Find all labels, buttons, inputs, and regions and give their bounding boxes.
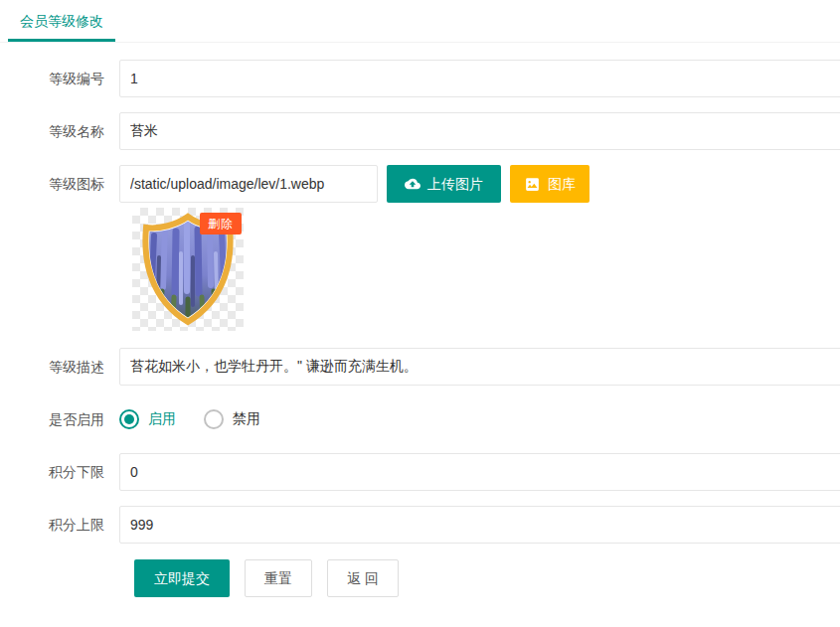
level-id-input[interactable] (119, 60, 840, 97)
picture-icon (524, 176, 541, 193)
form-row-level-icon: 等级图标 上传图片 图 (0, 165, 840, 203)
radio-enable-circle-icon (119, 409, 139, 429)
points-max-label: 积分上限 (0, 506, 119, 544)
back-button[interactable]: 返 回 (327, 559, 399, 597)
member-level-edit-page: 会员等级修改 等级编号 等级名称 等级图标 (0, 0, 840, 627)
level-name-label: 等级名称 (0, 112, 119, 150)
form-row-points-max: 积分上限 (0, 506, 840, 544)
tab-member-level-edit[interactable]: 会员等级修改 (8, 0, 115, 42)
upload-image-label: 上传图片 (427, 177, 483, 191)
form-row-enabled: 是否启用 启用 禁用 (0, 400, 840, 438)
radio-disable-circle-icon (204, 409, 224, 429)
form-row-level-desc: 等级描述 (0, 348, 840, 386)
level-icon-path-input[interactable] (119, 165, 378, 203)
reset-button[interactable]: 重置 (245, 559, 312, 597)
points-max-input[interactable] (119, 506, 840, 544)
form-row-level-name: 等级名称 (0, 112, 840, 150)
level-id-label: 等级编号 (0, 60, 119, 97)
form-row-points-min: 积分下限 (0, 453, 840, 491)
points-min-label: 积分下限 (0, 453, 119, 491)
member-level-form: 等级编号 等级名称 等级图标 (0, 43, 840, 597)
radio-enable-label: 启用 (148, 410, 176, 428)
gallery-label: 图库 (548, 177, 576, 191)
level-desc-input[interactable] (119, 348, 840, 386)
gallery-button[interactable]: 图库 (510, 165, 589, 203)
cloud-upload-icon (405, 176, 420, 192)
level-icon-label: 等级图标 (0, 165, 119, 203)
tab-bar: 会员等级修改 (0, 0, 840, 43)
radio-disable[interactable]: 禁用 (204, 409, 260, 429)
form-actions: 立即提交 重置 返 回 (134, 559, 840, 597)
level-icon-preview-image[interactable]: 删除 (132, 208, 244, 331)
submit-button[interactable]: 立即提交 (134, 559, 230, 597)
level-name-input[interactable] (119, 112, 840, 150)
delete-image-button[interactable]: 删除 (200, 213, 242, 235)
form-row-level-id: 等级编号 (0, 60, 840, 97)
enabled-label: 是否启用 (0, 400, 119, 438)
radio-enable[interactable]: 启用 (119, 409, 176, 429)
icon-preview-area: 删除 (132, 208, 840, 331)
level-desc-label: 等级描述 (0, 348, 119, 386)
radio-disable-label: 禁用 (233, 410, 260, 428)
upload-image-button[interactable]: 上传图片 (387, 165, 501, 203)
points-min-input[interactable] (119, 453, 840, 491)
